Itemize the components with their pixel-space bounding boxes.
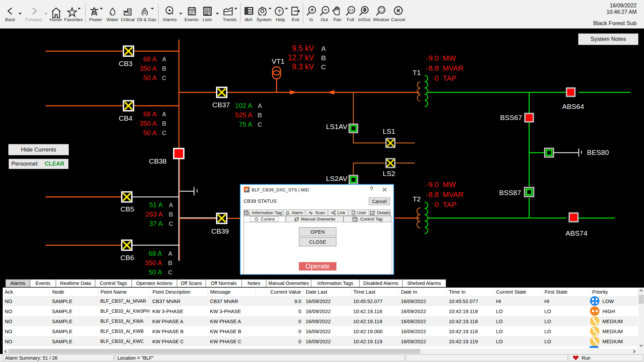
svg-text:iP: iP <box>245 188 249 192</box>
